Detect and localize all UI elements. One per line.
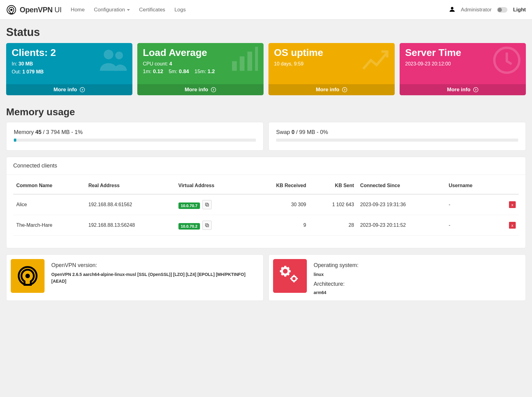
cell-kb-sent: 28 bbox=[309, 215, 357, 236]
svg-point-11 bbox=[342, 88, 347, 92]
clock-icon bbox=[491, 45, 522, 76]
svg-rect-15 bbox=[205, 203, 208, 206]
nav-link-home[interactable]: Home bbox=[71, 7, 84, 13]
arrow-right-circle-icon bbox=[342, 87, 347, 92]
card-server-time: Server Time 2023-09-23 20:12:00 More inf… bbox=[400, 43, 526, 95]
card-clients: Clients: 2 In: 30 MB Out: 1 079 MB More … bbox=[6, 43, 132, 95]
connected-clients-heading: Connected clients bbox=[6, 157, 526, 175]
svg-rect-7 bbox=[240, 57, 244, 71]
arch-heading: Architecture: bbox=[314, 281, 358, 287]
connected-clients-panel: Connected clients Common NameReal Addres… bbox=[6, 157, 526, 248]
users-icon bbox=[98, 45, 129, 76]
memory-card: Memory 45 / 3 794 MB - 1% bbox=[6, 122, 264, 151]
servertime-more-info[interactable]: More info bbox=[400, 84, 526, 95]
svg-point-2 bbox=[451, 7, 453, 10]
cell-username: - bbox=[446, 194, 497, 215]
svg-rect-8 bbox=[247, 52, 252, 71]
swap-card: Swap 0 / 99 MB - 0% bbox=[268, 122, 526, 151]
svg-point-5 bbox=[80, 88, 84, 92]
svg-rect-16 bbox=[206, 224, 209, 227]
arch-value: arm64 bbox=[314, 289, 358, 296]
openvpn-logo-icon bbox=[6, 5, 17, 15]
os-value: linux bbox=[314, 271, 358, 278]
arrow-right-circle-icon bbox=[80, 87, 85, 92]
nav-link-certificates[interactable]: Certificates bbox=[139, 7, 165, 13]
memory-progress-bar bbox=[14, 139, 16, 142]
copy-icon bbox=[205, 223, 209, 228]
nav-link-configuration[interactable]: Configuration bbox=[94, 7, 130, 13]
nav-link-logs[interactable]: Logs bbox=[174, 7, 186, 13]
swap-label: Swap 0 / 99 MB - 0% bbox=[276, 129, 518, 136]
svg-point-29 bbox=[291, 276, 296, 281]
svg-rect-9 bbox=[255, 47, 258, 71]
copy-config-button[interactable] bbox=[202, 200, 212, 209]
admin-label[interactable]: Administrator bbox=[461, 7, 491, 13]
copy-config-button[interactable] bbox=[202, 221, 212, 230]
svg-rect-6 bbox=[232, 61, 237, 71]
cell-common-name: Alice bbox=[13, 194, 85, 215]
table-row: Alice192.168.88.4:6156210.0.70.730 3091 … bbox=[13, 194, 519, 215]
cell-username: - bbox=[446, 215, 497, 236]
virtual-ip-badge: 10.0.70.2 bbox=[178, 223, 200, 230]
os-arch-card: Operating system: linux Architecture: ar… bbox=[268, 254, 526, 301]
kill-client-button[interactable]: x bbox=[509, 201, 516, 208]
svg-line-25 bbox=[282, 268, 283, 269]
svg-rect-17 bbox=[205, 224, 208, 226]
cell-kb-received: 9 bbox=[247, 215, 309, 236]
brand-link[interactable]: OpenVPN UI bbox=[6, 5, 61, 15]
gears-icon bbox=[273, 259, 307, 293]
clients-col-7 bbox=[497, 177, 519, 194]
openvpn-version-icon bbox=[11, 259, 45, 293]
uptime-more-info[interactable]: More info bbox=[268, 84, 395, 95]
card-load-average: Load Average CPU count: 4 1m: 0.12 5m: 0… bbox=[137, 43, 264, 95]
svg-point-10 bbox=[211, 88, 216, 92]
cell-kb-sent: 1 102 643 bbox=[309, 194, 357, 215]
cell-connected-since: 2023-09-23 19:31:36 bbox=[357, 194, 446, 215]
clients-col-2: Virtual Address bbox=[175, 177, 248, 194]
kill-client-button[interactable]: x bbox=[509, 222, 516, 229]
swap-progress bbox=[276, 139, 518, 142]
memory-label: Memory 45 / 3 794 MB - 1% bbox=[14, 129, 256, 136]
cell-common-name: The-March-Hare bbox=[13, 215, 85, 236]
os-heading: Operating system: bbox=[314, 262, 358, 269]
clients-more-info[interactable]: More info bbox=[6, 84, 132, 95]
svg-point-1 bbox=[10, 9, 12, 11]
arrow-right-circle-icon bbox=[211, 87, 216, 92]
card-os-uptime: OS uptime 10 days, 9:59 More info bbox=[268, 43, 395, 95]
clients-col-4: KB Sent bbox=[309, 177, 357, 194]
memory-progress bbox=[14, 139, 256, 142]
cell-real-address: 192.168.88.4:61562 bbox=[85, 194, 175, 215]
arrow-right-circle-icon bbox=[473, 87, 479, 92]
status-heading: Status bbox=[6, 26, 526, 39]
svg-line-27 bbox=[282, 273, 283, 275]
user-icon bbox=[449, 6, 455, 13]
cell-connected-since: 2023-09-23 20:11:52 bbox=[357, 215, 446, 236]
svg-point-4 bbox=[115, 52, 123, 59]
load-more-info[interactable]: More info bbox=[137, 84, 264, 95]
openvpn-version-heading: OpenVPN version: bbox=[51, 262, 258, 269]
nav-links: Home Configuration Certificates Logs bbox=[71, 7, 186, 13]
trend-up-icon bbox=[360, 45, 391, 76]
cell-real-address: 192.168.88.13:56248 bbox=[85, 215, 175, 236]
copy-icon bbox=[205, 202, 209, 207]
navbar: OpenVPN UI Home Configuration Certificat… bbox=[0, 0, 532, 20]
clients-col-6: Username bbox=[446, 177, 497, 194]
clients-table: Common NameReal AddressVirtual AddressKB… bbox=[13, 177, 519, 236]
openvpn-version-card: OpenVPN version: OpenVPN 2.6.5 aarch64-a… bbox=[6, 254, 264, 301]
cell-kb-received: 30 309 bbox=[247, 194, 309, 215]
svg-point-19 bbox=[25, 274, 30, 278]
svg-point-3 bbox=[104, 50, 113, 59]
clients-col-0: Common Name bbox=[13, 177, 85, 194]
svg-line-28 bbox=[288, 273, 289, 275]
theme-toggle[interactable] bbox=[497, 7, 507, 13]
virtual-ip-badge: 10.0.70.7 bbox=[178, 202, 200, 209]
bars-icon bbox=[229, 45, 260, 76]
nav-right: Administrator Light bbox=[449, 6, 526, 13]
clients-col-5: Connected Since bbox=[357, 177, 446, 194]
table-row: The-March-Hare192.168.88.13:5624810.0.70… bbox=[13, 215, 519, 236]
svg-point-13 bbox=[473, 88, 478, 92]
svg-rect-14 bbox=[206, 204, 209, 206]
cell-virtual-address: 10.0.70.2 bbox=[175, 215, 248, 236]
clients-col-1: Real Address bbox=[85, 177, 175, 194]
clients-col-3: KB Received bbox=[247, 177, 309, 194]
